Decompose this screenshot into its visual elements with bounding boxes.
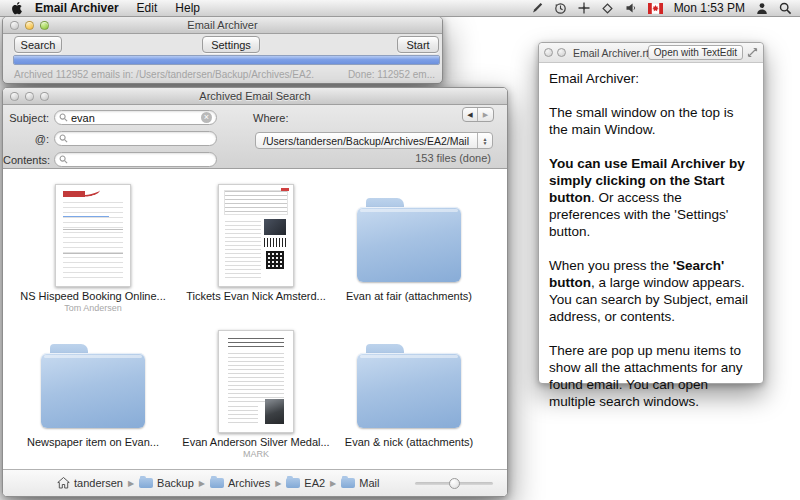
apple-menu-icon[interactable] — [10, 1, 23, 15]
input-source-flag-icon[interactable] — [648, 3, 663, 14]
home-icon — [57, 477, 70, 489]
breadcrumb-home[interactable]: tandersen — [57, 477, 123, 489]
thumbnail-art — [63, 229, 123, 230]
thumbnail-art — [266, 251, 284, 269]
back-icon[interactable]: ◀ — [463, 108, 478, 121]
thumbnail-art — [81, 187, 100, 198]
search-icon — [59, 134, 68, 143]
at-label: @: — [3, 133, 49, 145]
minimize-button[interactable] — [25, 92, 34, 101]
fullscreen-icon[interactable] — [747, 47, 758, 58]
open-with-textedit-button[interactable]: Open with TextEdit — [648, 45, 743, 60]
forward-icon[interactable]: ▶ — [478, 108, 493, 121]
quicklook-titlebar[interactable]: Email Archiver.rtf Open with TextEdit — [539, 43, 763, 63]
paragraph: Email Archiver: — [549, 70, 753, 87]
paragraph: There are pop up menu items to show all … — [549, 342, 753, 410]
result-count: 153 files (done) — [415, 152, 491, 164]
traffic-lights — [10, 92, 49, 101]
popup-arrows-icon: ▲▼ — [477, 133, 492, 148]
breadcrumb-mail[interactable]: Mail — [341, 477, 379, 489]
accessibility-crosshair-icon[interactable] — [578, 2, 590, 14]
volume-icon[interactable] — [625, 2, 637, 14]
folder-body — [357, 353, 461, 428]
file-item[interactable]: NS Hispeed Booking Online... Tom Anderse… — [18, 177, 168, 313]
thumbnail-zone — [218, 323, 294, 433]
thumbnail-zone — [55, 177, 131, 287]
breadcrumb-backup[interactable]: Backup — [139, 477, 194, 489]
zoom-button[interactable] — [40, 21, 49, 30]
menu-bar-clock[interactable]: Mon 1:53 PM — [674, 1, 745, 15]
clear-icon[interactable]: × — [201, 112, 212, 123]
file-item[interactable]: Evan Anderson Silver Medal... MARK — [181, 323, 331, 459]
file-label: Tickets Evan Nick Amsterd... — [186, 290, 326, 302]
menu-bar: Email Archiver Edit Help Mon 1:53 PM — [0, 0, 800, 17]
where-label: Where: — [253, 112, 288, 124]
close-button[interactable] — [10, 21, 19, 30]
close-button[interactable] — [10, 92, 19, 101]
thumbnail-zone — [218, 177, 294, 287]
file-label: Evan & nick (attachments) — [345, 436, 473, 448]
subject-search-field[interactable]: × — [54, 110, 217, 125]
subject-label: Subject: — [3, 112, 49, 124]
breadcrumb-label: Backup — [157, 477, 194, 489]
quicklook-window: Email Archiver.rtf Open with TextEdit Em… — [538, 42, 764, 384]
main-window-titlebar[interactable]: Email Archiver — [3, 17, 442, 34]
contents-input[interactable] — [71, 154, 212, 166]
search-window-title: Archived Email Search — [199, 90, 310, 102]
thumbnail-zone — [357, 323, 461, 433]
search-button[interactable]: Search — [14, 36, 62, 53]
file-item[interactable]: Evan & nick (attachments) — [334, 323, 484, 449]
spotlight-search-icon[interactable] — [779, 2, 792, 15]
file-item[interactable]: Tickets Evan Nick Amsterd... — [181, 177, 331, 303]
icon-size-slider[interactable] — [415, 482, 493, 485]
paragraph: When you press the 'Search' button, a la… — [549, 257, 753, 325]
thumbnail-art — [225, 221, 261, 278]
ink-pencil-icon[interactable] — [531, 2, 543, 14]
thumbnail-art — [264, 238, 286, 247]
subject-input[interactable] — [71, 112, 201, 124]
zoom-button[interactable] — [40, 92, 49, 101]
document-thumbnail[interactable] — [218, 330, 294, 433]
menu-edit[interactable]: Edit — [137, 1, 158, 15]
search-results-grid: NS Hispeed Booking Online... Tom Anderse… — [3, 169, 507, 471]
thumbnail-art — [228, 406, 258, 426]
document-thumbnail[interactable] — [55, 184, 131, 287]
document-thumbnail[interactable] — [218, 184, 294, 287]
folder-icon[interactable] — [357, 198, 461, 282]
mini-folder-icon — [210, 478, 224, 488]
where-popup-button[interactable]: /Users/tandersen/Backup/Archives/EA2/Mai… — [255, 132, 493, 149]
menu-help[interactable]: Help — [175, 1, 200, 15]
file-item[interactable]: Evan at fair (attachments) — [334, 177, 484, 303]
start-button[interactable]: Start — [397, 36, 439, 53]
search-icon — [59, 155, 68, 164]
address-input[interactable] — [71, 133, 212, 145]
folder-icon[interactable] — [41, 344, 145, 428]
user-menu-icon[interactable] — [756, 2, 768, 15]
contents-search-field[interactable] — [54, 152, 217, 167]
document-text: Email Archiver: The small window on the … — [539, 63, 763, 434]
archive-status-text: Archived 112952 emails in: /Users/tander… — [14, 69, 314, 80]
file-label: NS Hispeed Booking Online... — [20, 290, 166, 302]
folder-icon[interactable] — [357, 344, 461, 428]
path-bar: tandersen ▶ Backup ▶ Archives ▶ EA2 ▶ Ma… — [3, 469, 507, 496]
menu-app-name[interactable]: Email Archiver — [35, 1, 119, 15]
settings-button[interactable]: Settings — [202, 36, 260, 53]
close-button[interactable] — [544, 48, 553, 57]
file-item[interactable]: Newspaper item on Evan... — [18, 323, 168, 449]
search-window-titlebar[interactable]: Archived Email Search — [3, 88, 507, 105]
archive-progress-bar — [13, 55, 440, 65]
address-search-field[interactable] — [54, 131, 217, 146]
mini-folder-icon — [139, 478, 153, 488]
breadcrumb-archives[interactable]: Archives — [210, 477, 270, 489]
zoom-button[interactable] — [557, 48, 566, 57]
archive-done-text: Done: 112952 em... — [348, 69, 435, 80]
time-machine-icon[interactable] — [554, 2, 567, 15]
breadcrumb-ea2[interactable]: EA2 — [286, 477, 325, 489]
traffic-lights — [10, 21, 49, 30]
thumbnail-art — [228, 338, 284, 347]
paragraph: You can use Email Archiver by simply cli… — [549, 155, 753, 240]
minimize-button[interactable] — [25, 21, 34, 30]
spaces-diamond-icon[interactable] — [601, 2, 614, 15]
contents-label: Contents: — [3, 154, 49, 166]
slider-knob[interactable] — [449, 478, 460, 489]
